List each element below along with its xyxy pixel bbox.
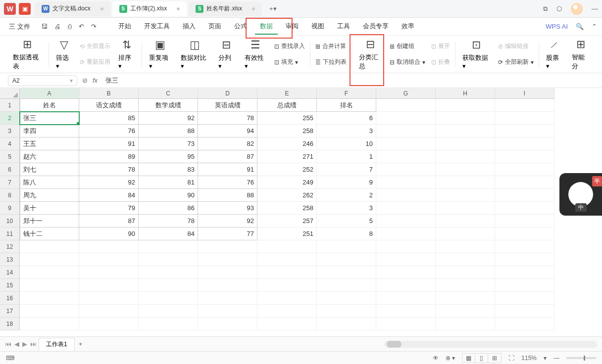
cell-r11-c0[interactable]: 钱十二	[20, 228, 79, 240]
cell-header-8[interactable]	[495, 99, 554, 112]
menu-item-3[interactable]: 页面	[203, 19, 226, 35]
horizontal-scrollbar[interactable]	[384, 341, 597, 348]
row-header-3[interactable]: 3	[0, 125, 20, 137]
cell-header-4[interactable]: 总成绩	[257, 99, 317, 112]
row-header-18[interactable]: 18	[0, 318, 20, 330]
validation-button[interactable]: ☰有效性 ▾	[240, 39, 271, 70]
cell-r4-c5[interactable]: 10	[317, 137, 376, 150]
subtotal-button[interactable]: ⊟分类汇总	[354, 38, 387, 71]
spreadsheet-grid[interactable]: ABCDEFGHI 123456789101112131415161718 姓名…	[0, 88, 602, 335]
cell-r6-c3[interactable]: 91	[198, 163, 257, 176]
cell-empty[interactable]	[198, 240, 257, 253]
cell-empty[interactable]	[20, 305, 79, 318]
cell-empty[interactable]	[139, 240, 198, 253]
row-header-14[interactable]: 14	[0, 266, 20, 279]
menu-item-0[interactable]: 开始	[113, 19, 136, 35]
qat-print-icon[interactable]: 🖨	[54, 23, 61, 30]
cell-r7-c2[interactable]: 81	[139, 176, 198, 189]
cell-header-3[interactable]: 英语成绩	[198, 99, 257, 112]
cell-r11-c5[interactable]: 8	[317, 228, 376, 240]
cell-r2-c6[interactable]	[376, 112, 436, 125]
menu-item-10[interactable]: 效率	[397, 19, 419, 35]
cell-r3-c7[interactable]	[436, 125, 495, 137]
cell-r4-c1[interactable]: 91	[79, 137, 139, 150]
zoom-level[interactable]: 115%	[521, 355, 537, 362]
row-header-1[interactable]: 1	[0, 99, 20, 112]
cell-empty[interactable]	[376, 305, 436, 318]
cancel-formula-icon[interactable]: ⊘	[82, 77, 88, 84]
row-header-13[interactable]: 13	[0, 253, 20, 266]
cell-empty[interactable]	[20, 266, 79, 279]
cell-r9-c1[interactable]: 79	[79, 202, 139, 215]
text-to-columns-button[interactable]: ⊟分列 ▾	[213, 39, 240, 70]
cell-header-0[interactable]: 姓名	[20, 99, 79, 112]
cell-empty[interactable]	[495, 240, 554, 253]
sheet-next-icon[interactable]: ▶	[22, 340, 27, 348]
new-tab-button[interactable]: + ▾	[268, 4, 278, 14]
cell-r2-c7[interactable]	[436, 112, 495, 125]
group-button[interactable]: ⊞ 创建组	[390, 40, 425, 53]
cell-empty[interactable]	[139, 318, 198, 330]
cell-empty[interactable]	[198, 266, 257, 279]
cell-r6-c4[interactable]: 252	[257, 163, 317, 176]
cell-empty[interactable]	[20, 292, 79, 305]
cell-r8-c6[interactable]	[376, 189, 436, 202]
cell-r9-c8[interactable]	[495, 202, 554, 215]
cell-r11-c8[interactable]	[495, 228, 554, 240]
dropdown-list-button[interactable]: ☰ 下拉列表	[315, 56, 347, 69]
cell-empty[interactable]	[317, 318, 376, 330]
cell-empty[interactable]	[317, 292, 376, 305]
column-header-E[interactable]: E	[257, 88, 317, 99]
cell-empty[interactable]	[79, 266, 139, 279]
cell-empty[interactable]	[198, 279, 257, 292]
name-box[interactable]: A2 ▾	[8, 75, 77, 86]
tab-close-icon[interactable]	[252, 7, 255, 10]
stocks-button[interactable]: ⟋股票 ▾	[541, 39, 567, 70]
cell-r11-c3[interactable]: 77	[198, 228, 257, 240]
row-header-7[interactable]: 7	[0, 176, 20, 189]
qat-preview-icon[interactable]: ⎙	[68, 23, 72, 30]
cell-empty[interactable]	[257, 305, 317, 318]
cell-empty[interactable]	[436, 292, 495, 305]
cell-empty[interactable]	[257, 318, 317, 330]
cell-empty[interactable]	[317, 305, 376, 318]
cell-r3-c5[interactable]: 3	[317, 125, 376, 137]
cell-header-1[interactable]: 语文成绩	[79, 99, 139, 112]
cell-empty[interactable]	[139, 266, 198, 279]
cell-r10-c2[interactable]: 78	[139, 215, 198, 228]
cell-r4-c8[interactable]	[495, 137, 554, 150]
cell-r9-c2[interactable]: 86	[139, 202, 198, 215]
cell-r7-c1[interactable]: 92	[79, 176, 139, 189]
cell-empty[interactable]	[495, 266, 554, 279]
collapse-button[interactable]: ⊡ 折叠	[431, 56, 450, 69]
refresh-all-button[interactable]: ⟳ 全部刷新 ▾	[498, 56, 534, 69]
cell-empty[interactable]	[79, 292, 139, 305]
cell-r3-c3[interactable]: 94	[198, 125, 257, 137]
fx-icon[interactable]: fx	[93, 77, 98, 84]
cell-header-6[interactable]	[376, 99, 436, 112]
menu-item-1[interactable]: 开发工具	[139, 19, 175, 35]
cell-r9-c4[interactable]: 258	[257, 202, 317, 215]
cell-empty[interactable]	[436, 253, 495, 266]
cell-header-7[interactable]	[436, 99, 495, 112]
zoom-out-button[interactable]: —	[553, 355, 559, 362]
formula-input[interactable]: 张三	[102, 76, 594, 85]
cell-empty[interactable]	[436, 240, 495, 253]
cell-r2-c5[interactable]: 6	[317, 112, 376, 125]
pdf-icon[interactable]: ▣	[19, 3, 31, 15]
qat-save-icon[interactable]: 🖫	[41, 23, 48, 30]
menu-item-8[interactable]: 工具	[332, 19, 355, 35]
qat-undo-icon[interactable]: ↶	[79, 23, 84, 30]
cell-r7-c4[interactable]: 249	[257, 176, 317, 189]
view-normal-button[interactable]: ▦	[462, 354, 475, 363]
cell-empty[interactable]	[495, 305, 554, 318]
tab-close-icon[interactable]	[177, 7, 180, 10]
expand-button[interactable]: ⊡ 展开	[431, 40, 450, 53]
wps-ai-button[interactable]: WPS AI	[546, 23, 568, 30]
cell-r10-c0[interactable]: 郑十一	[20, 215, 79, 228]
cell-r5-c4[interactable]: 271	[257, 150, 317, 163]
pivot-table-button[interactable]: ⊞数据透视表	[8, 38, 47, 71]
cell-r2-c2[interactable]: 92	[139, 112, 198, 125]
reapply-button[interactable]: ⟳ 重新应用	[80, 56, 110, 69]
cell-r10-c1[interactable]: 87	[79, 215, 139, 228]
